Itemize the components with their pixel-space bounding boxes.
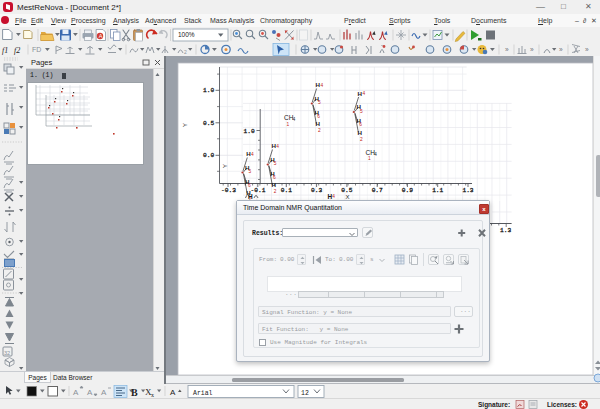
svg-text:H: H: [358, 129, 363, 136]
svg-text:6: 6: [317, 114, 320, 119]
svg-text:100%: 100%: [178, 31, 195, 38]
svg-text:1.0: 1.0: [244, 128, 255, 135]
svg-text:0.1: 0.1: [281, 187, 292, 194]
svg-text:A: A: [101, 388, 107, 397]
svg-text:FD: FD: [32, 46, 41, 53]
svg-text:4: 4: [251, 152, 254, 157]
svg-text:0.7: 0.7: [372, 187, 383, 194]
svg-text:x: x: [151, 392, 154, 398]
svg-text:1.3: 1.3: [462, 187, 473, 194]
svg-text:H: H: [272, 181, 277, 188]
svg-text:1.0: 1.0: [203, 87, 214, 94]
svg-text:6: 6: [359, 122, 362, 127]
svg-text:1.1: 1.1: [432, 187, 443, 194]
svg-text:1: 1: [287, 122, 290, 127]
svg-text:0.3: 0.3: [311, 187, 322, 194]
svg-text:1: 1: [368, 156, 371, 161]
svg-text:6: 6: [248, 183, 251, 188]
svg-text:B: B: [131, 386, 138, 397]
svg-text:»: »: [505, 46, 509, 53]
svg-text:5: 5: [249, 169, 252, 174]
svg-text:f2: f2: [14, 46, 20, 55]
svg-text:-0.1: -0.1: [251, 187, 266, 194]
svg-text:0.9: 0.9: [402, 187, 413, 194]
svg-text:4: 4: [362, 91, 365, 96]
svg-text:-0.3: -0.3: [221, 187, 236, 194]
svg-text:2: 2: [184, 49, 187, 55]
svg-text:4: 4: [276, 144, 279, 149]
svg-text:A: A: [87, 388, 93, 397]
svg-text:A: A: [99, 33, 103, 39]
svg-text:A: A: [73, 388, 79, 397]
svg-text:f1: f1: [2, 46, 8, 55]
svg-text:0.0: 0.0: [203, 152, 214, 159]
svg-text:2: 2: [318, 128, 321, 133]
svg-text:H: H: [316, 120, 321, 127]
svg-text:32: 32: [4, 350, 10, 356]
svg-text:6: 6: [273, 175, 276, 180]
svg-text:»: »: [585, 46, 589, 53]
svg-text:Y: Y: [222, 164, 228, 168]
svg-text:2: 2: [360, 137, 363, 142]
svg-text:Arial: Arial: [193, 389, 213, 396]
svg-text:5: 5: [360, 109, 363, 114]
svg-text:5: 5: [274, 161, 277, 166]
svg-text:A: A: [170, 388, 176, 397]
svg-text:5: 5: [318, 100, 321, 105]
svg-text:2: 2: [274, 189, 277, 194]
svg-text:»: »: [530, 46, 534, 53]
svg-text:4: 4: [320, 83, 323, 88]
svg-text:1.3: 1.3: [500, 227, 511, 234]
svg-text:0.5: 0.5: [203, 120, 214, 127]
svg-text:Y: Y: [182, 123, 188, 127]
svg-text:12: 12: [301, 389, 309, 396]
svg-text:4: 4: [332, 194, 335, 199]
svg-text:»: »: [559, 46, 563, 53]
svg-text:X: X: [346, 194, 350, 200]
